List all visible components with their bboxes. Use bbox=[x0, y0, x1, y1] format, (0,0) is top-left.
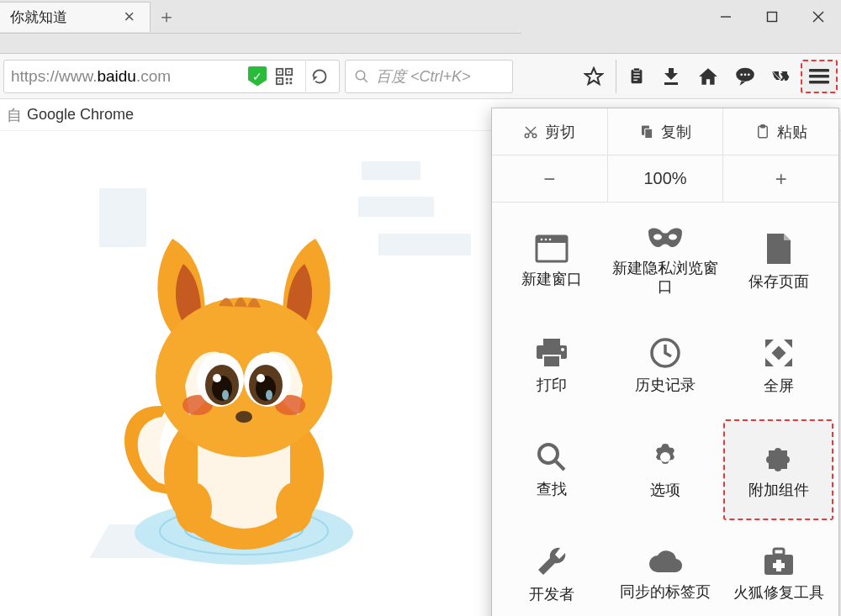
clipboard-button[interactable] bbox=[616, 60, 653, 93]
menu-developer[interactable]: 开发者 bbox=[497, 524, 607, 616]
menu-synced-tabs[interactable]: 同步的标签页 bbox=[611, 524, 721, 616]
svg-point-43 bbox=[276, 482, 313, 533]
cloud-icon bbox=[648, 547, 683, 576]
svg-point-71 bbox=[653, 234, 662, 240]
menu-print[interactable]: 打印 bbox=[497, 315, 607, 416]
copy-icon bbox=[639, 124, 654, 140]
firefox-mascot-image bbox=[93, 205, 395, 575]
zoom-in-button[interactable]: + bbox=[723, 155, 838, 202]
svg-rect-21 bbox=[633, 79, 637, 80]
home-button[interactable] bbox=[690, 60, 727, 93]
menu-cut-label: 剪切 bbox=[545, 122, 575, 142]
svg-point-83 bbox=[539, 445, 558, 463]
svg-point-76 bbox=[561, 348, 564, 351]
svg-line-15 bbox=[363, 78, 368, 82]
scissors-icon bbox=[523, 124, 538, 140]
bookmark-item[interactable]: Google Chrome bbox=[27, 106, 134, 124]
tab-title: 你就知道 bbox=[10, 8, 119, 27]
svg-point-70 bbox=[549, 238, 552, 240]
svg-point-69 bbox=[545, 238, 547, 240]
menu-cut[interactable]: 剪切 bbox=[492, 108, 608, 155]
svg-rect-63 bbox=[645, 129, 653, 138]
menu-copy-label: 复制 bbox=[661, 122, 691, 142]
svg-rect-82 bbox=[771, 345, 785, 360]
svg-rect-87 bbox=[774, 549, 784, 555]
menu-find[interactable]: 查找 bbox=[497, 419, 607, 520]
svg-marker-81 bbox=[784, 358, 792, 366]
menu-new-window[interactable]: 新建窗口 bbox=[497, 211, 607, 312]
svg-rect-13 bbox=[289, 82, 292, 84]
svg-point-54 bbox=[257, 374, 265, 382]
chat-button[interactable] bbox=[727, 60, 764, 93]
url-bar[interactable]: https://www.baidu.com ✓ bbox=[3, 60, 340, 93]
browser-tab[interactable]: 你就知道 × bbox=[0, 2, 151, 32]
url-host: baidu bbox=[97, 67, 136, 86]
svg-point-72 bbox=[669, 234, 677, 240]
svg-marker-16 bbox=[585, 68, 602, 84]
menu-paste[interactable]: 粘贴 bbox=[723, 108, 838, 155]
svg-point-85 bbox=[660, 452, 670, 462]
svg-point-14 bbox=[356, 71, 365, 80]
svg-marker-80 bbox=[765, 358, 774, 366]
tab-close-button[interactable]: × bbox=[119, 6, 140, 28]
svg-rect-89 bbox=[773, 563, 785, 568]
menu-paste-label: 粘贴 bbox=[777, 122, 807, 142]
menu-copy[interactable]: 复制 bbox=[608, 108, 724, 155]
svg-point-68 bbox=[541, 238, 543, 240]
svg-point-25 bbox=[740, 73, 743, 76]
menu-grid: 新建窗口 新建隐私浏览窗口 保存页面 打印 历史记录 全屏 查找 选项 bbox=[492, 203, 838, 616]
new-tab-button[interactable]: ＋ bbox=[151, 1, 182, 33]
svg-line-84 bbox=[556, 461, 564, 470]
svg-point-55 bbox=[222, 390, 229, 400]
svg-marker-79 bbox=[784, 340, 792, 348]
svg-rect-12 bbox=[286, 82, 288, 84]
window-close-button[interactable] bbox=[795, 0, 841, 34]
firstaid-icon bbox=[762, 546, 796, 577]
window-minimize-button[interactable] bbox=[702, 0, 748, 34]
menu-save-page[interactable]: 保存页面 bbox=[723, 211, 833, 312]
clock-icon bbox=[649, 337, 681, 369]
qr-code-icon[interactable] bbox=[275, 67, 294, 86]
svg-rect-75 bbox=[543, 355, 560, 367]
svg-rect-1 bbox=[767, 13, 776, 22]
svg-rect-8 bbox=[288, 71, 290, 72]
reload-button[interactable] bbox=[305, 60, 332, 93]
wrench-icon bbox=[535, 545, 569, 578]
svg-marker-22 bbox=[664, 68, 678, 80]
downloads-button[interactable] bbox=[653, 60, 690, 93]
security-shield-icon[interactable]: ✓ bbox=[248, 66, 267, 87]
svg-rect-11 bbox=[289, 77, 292, 80]
svg-rect-23 bbox=[664, 82, 678, 85]
menu-button[interactable] bbox=[801, 60, 838, 93]
fullscreen-icon bbox=[762, 336, 796, 370]
svg-rect-20 bbox=[633, 76, 639, 77]
svg-rect-7 bbox=[279, 71, 281, 72]
mask-icon bbox=[647, 227, 684, 252]
menu-history[interactable]: 历史记录 bbox=[611, 315, 721, 416]
svg-rect-37 bbox=[809, 81, 829, 84]
search-bar[interactable]: 百度 <Ctrl+K> bbox=[345, 60, 513, 93]
puzzle-icon bbox=[762, 440, 796, 474]
menu-fullscreen[interactable]: 全屏 bbox=[723, 315, 833, 416]
zoom-out-button[interactable]: − bbox=[492, 155, 608, 202]
app-menu-panel: 剪切 复制 粘贴 − 100% + 新建窗口 新建隐私浏览窗口 保存页面 bbox=[491, 108, 839, 616]
menu-options[interactable]: 选项 bbox=[611, 419, 721, 520]
gear-icon bbox=[648, 440, 682, 474]
svg-rect-9 bbox=[279, 80, 281, 82]
menu-addons[interactable]: 附加组件 bbox=[723, 419, 833, 520]
bookmark-star-button[interactable] bbox=[575, 60, 612, 93]
menu-private-window[interactable]: 新建隐私浏览窗口 bbox=[611, 211, 721, 312]
svg-point-53 bbox=[213, 374, 221, 382]
window-maximize-button[interactable] bbox=[748, 0, 795, 34]
menu-repair-tool[interactable]: 火狐修复工具 bbox=[723, 524, 833, 616]
zoom-level: 100% bbox=[608, 155, 724, 202]
search-icon bbox=[354, 69, 369, 84]
svg-point-56 bbox=[266, 390, 272, 400]
bookmark-prefix: 自 bbox=[7, 105, 22, 125]
edit-row: 剪切 复制 粘贴 bbox=[492, 108, 838, 155]
svg-point-42 bbox=[175, 482, 212, 533]
svg-point-27 bbox=[748, 73, 750, 76]
svg-marker-78 bbox=[765, 340, 774, 348]
overflow-chevrons-button[interactable]: » bbox=[764, 60, 801, 93]
window-icon bbox=[535, 234, 569, 263]
